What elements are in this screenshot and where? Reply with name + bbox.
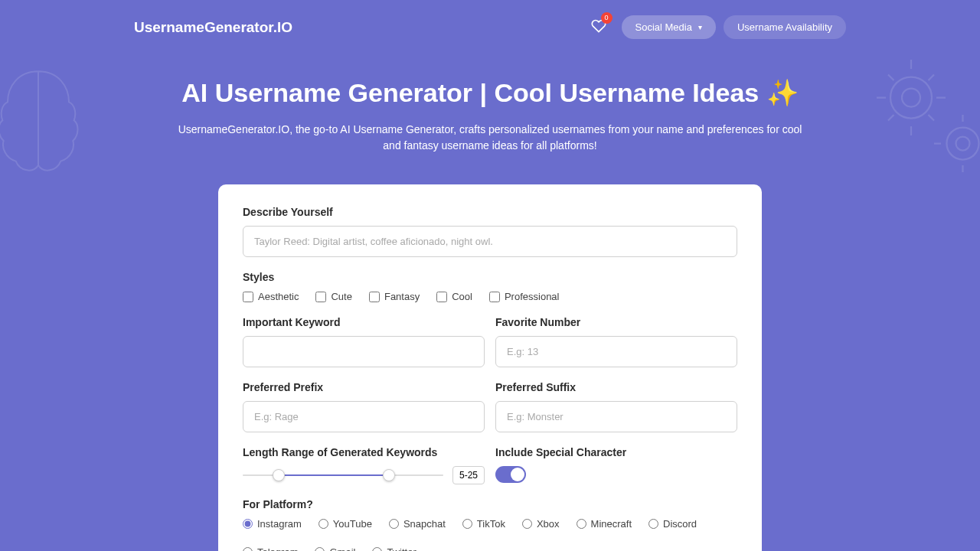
describe-label: Describe Yourself — [243, 206, 737, 218]
username-availability-button[interactable]: Username Availability — [724, 15, 846, 39]
special-char-label: Include Special Character — [495, 446, 737, 458]
svg-point-2 — [947, 128, 979, 160]
social-media-dropdown[interactable]: Social Media ▾ — [622, 15, 716, 39]
platform-radio-snapchat[interactable]: Snapchat — [389, 518, 446, 530]
platform-radio-minecraft[interactable]: Minecraft — [577, 518, 632, 530]
svg-point-0 — [890, 77, 932, 119]
length-value: 5-25 — [452, 466, 485, 484]
generator-form-card: Describe Yourself Styles AestheticCuteFa… — [218, 184, 762, 551]
favorites-button[interactable]: 0 — [591, 18, 606, 37]
style-checkbox-cute[interactable]: Cute — [315, 291, 351, 302]
slider-thumb-min[interactable] — [273, 469, 285, 481]
svg-point-1 — [902, 89, 920, 107]
length-slider[interactable] — [243, 474, 443, 476]
slider-thumb-max[interactable] — [383, 469, 395, 481]
favorites-count-badge: 0 — [601, 12, 612, 24]
number-label: Favorite Number — [495, 316, 737, 328]
brain-decoration-icon — [0, 61, 92, 184]
platform-radio-tiktok[interactable]: TikTok — [462, 518, 505, 530]
style-checkbox-aesthetic[interactable]: Aesthetic — [243, 291, 299, 302]
special-char-toggle[interactable] — [495, 466, 526, 483]
platform-radio-telegram[interactable]: Telegram — [243, 546, 298, 551]
keyword-label: Important Keyword — [243, 316, 485, 328]
page-title: AI Username Generator | Cool Username Id… — [31, 77, 949, 108]
keyword-input[interactable] — [243, 336, 485, 367]
header-nav: 0 Social Media ▾ Username Availability — [591, 15, 846, 39]
style-checkbox-fantasy[interactable]: Fantasy — [369, 291, 420, 302]
logo[interactable]: UsernameGenerator.IO — [134, 19, 292, 36]
prefix-input[interactable] — [243, 401, 485, 432]
describe-input[interactable] — [243, 226, 737, 257]
platform-label: For Platform? — [243, 498, 737, 510]
suffix-input[interactable] — [495, 401, 737, 432]
platform-radio-xbox[interactable]: Xbox — [522, 518, 560, 530]
platform-radio-instagram[interactable]: Instagram — [243, 518, 302, 530]
platform-radio-youtube[interactable]: YouTube — [318, 518, 372, 530]
platform-radio-discord[interactable]: Discord — [648, 518, 697, 530]
header: UsernameGenerator.IO 0 Social Media ▾ Us… — [0, 0, 980, 54]
platform-radio-row: InstagramYouTubeSnapchatTikTokXboxMinecr… — [243, 518, 737, 551]
platform-radio-gmail[interactable]: Gmail — [315, 546, 355, 551]
style-checkbox-professional[interactable]: Professional — [489, 291, 560, 302]
platform-radio-twitter[interactable]: Twitter — [372, 546, 416, 551]
suffix-label: Preferred Suffix — [495, 381, 737, 393]
styles-checkbox-row: AestheticCuteFantasyCoolProfessional — [243, 291, 737, 302]
gear-decoration-icon — [865, 46, 980, 184]
number-input[interactable] — [495, 336, 737, 367]
length-label: Length Range of Generated Keywords — [243, 446, 485, 458]
styles-label: Styles — [243, 271, 737, 283]
style-checkbox-cool[interactable]: Cool — [436, 291, 472, 302]
hero-section: AI Username Generator | Cool Username Id… — [0, 54, 980, 184]
page-subtitle: UsernameGenerator.IO, the go-to AI Usern… — [176, 122, 804, 154]
chevron-down-icon: ▾ — [698, 23, 702, 31]
prefix-label: Preferred Prefix — [243, 381, 485, 393]
svg-point-3 — [956, 137, 970, 151]
